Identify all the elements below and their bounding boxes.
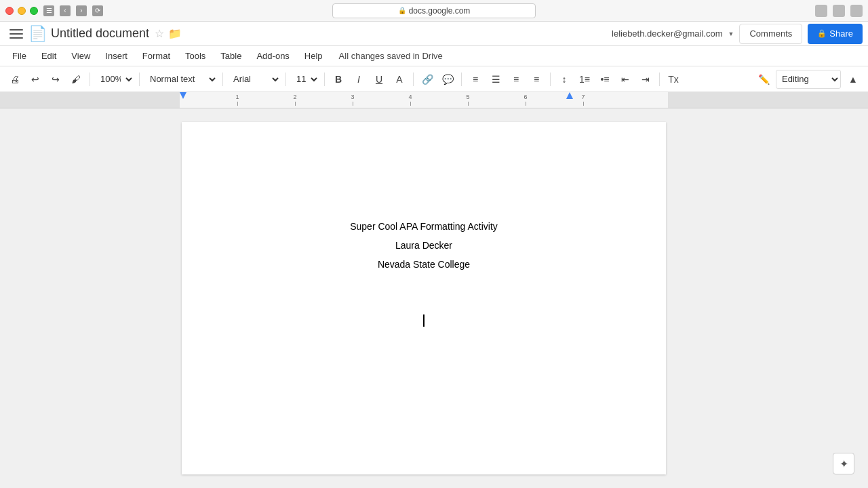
- forward-icon[interactable]: ›: [76, 5, 87, 16]
- undo-button[interactable]: ↩: [26, 70, 45, 89]
- folder-icon[interactable]: 📁: [168, 27, 182, 40]
- ruler-label-6: 6: [524, 94, 527, 100]
- separator-7: [461, 73, 462, 86]
- font-select[interactable]: Arial: [227, 70, 281, 89]
- separator-2: [139, 73, 140, 86]
- toolbar-right: ✏️ Editing Suggesting Viewing ▲: [754, 70, 863, 89]
- separator-3: [222, 73, 223, 86]
- sidebar-left: [0, 108, 180, 488]
- extension-icon[interactable]: [815, 5, 827, 17]
- pen-icon: ✏️: [754, 70, 773, 89]
- print-button[interactable]: 🖨: [5, 70, 24, 89]
- ruler-right-marker[interactable]: [566, 92, 573, 99]
- star-icon[interactable]: ☆: [155, 27, 164, 40]
- paint-format-button[interactable]: 🖌: [66, 70, 85, 89]
- menu-format[interactable]: Format: [136, 48, 177, 64]
- doc-line-3: Nevada State College: [378, 255, 470, 274]
- underline-button[interactable]: U: [370, 70, 389, 89]
- reload-icon[interactable]: ⟳: [92, 5, 103, 16]
- menu-view[interactable]: View: [64, 48, 97, 64]
- increase-indent-button[interactable]: ⇥: [636, 70, 655, 89]
- collapse-toolbar-button[interactable]: ▲: [844, 70, 863, 89]
- menu-help[interactable]: Help: [298, 48, 330, 64]
- doc-title[interactable]: Untitled document: [51, 26, 149, 41]
- ruler-tick: [468, 102, 469, 106]
- ruler-tick: [526, 102, 526, 106]
- ruler-label-5: 5: [466, 94, 469, 100]
- cursor-area: [423, 314, 425, 327]
- menu-bar: File Edit View Insert Format Tools Table…: [0, 46, 868, 66]
- separator-9: [659, 73, 660, 86]
- separator-8: [550, 73, 551, 86]
- menu-tools[interactable]: Tools: [178, 48, 212, 64]
- ruler-tick: [353, 102, 353, 106]
- back-icon[interactable]: ‹: [60, 5, 71, 16]
- align-center-button[interactable]: ☰: [486, 70, 505, 89]
- ruler-main: 1 2 3 4 5 6 7: [180, 92, 668, 108]
- align-left-button[interactable]: ≡: [466, 70, 485, 89]
- doc-line-1: Super Cool APA Formatting Activity: [350, 217, 498, 236]
- toolbar: 🖨 ↩ ↪ 🖌 100% Normal text Arial 11 B I U …: [0, 66, 868, 92]
- ruler-label-2: 2: [293, 94, 296, 100]
- paragraph-style-select[interactable]: Normal text: [144, 70, 218, 89]
- font-size-select[interactable]: 11: [290, 70, 320, 89]
- align-right-button[interactable]: ≡: [507, 70, 526, 89]
- title-bar: ☰ ‹ › ⟳ 🔒 docs.google.com: [0, 0, 868, 22]
- ruler-label-4: 4: [408, 94, 412, 100]
- menu-edit[interactable]: Edit: [35, 48, 63, 64]
- clear-formatting-button[interactable]: Tx: [664, 70, 683, 89]
- sidebar-toggle-icon[interactable]: ☰: [43, 5, 54, 16]
- titlebar-right: [815, 5, 863, 17]
- justify-button[interactable]: ≡: [527, 70, 546, 89]
- url-bar[interactable]: 🔒 docs.google.com: [332, 3, 536, 18]
- close-button[interactable]: [5, 7, 14, 15]
- page-content: Super Cool APA Formatting Activity Laura…: [231, 217, 617, 327]
- saved-message: All changes saved in Drive: [339, 51, 443, 61]
- assistant-button[interactable]: ✦: [833, 453, 854, 474]
- italic-button[interactable]: I: [349, 70, 368, 89]
- link-button[interactable]: 🔗: [418, 70, 437, 89]
- download-icon[interactable]: [833, 5, 845, 17]
- menu-table[interactable]: Table: [214, 48, 248, 64]
- line-spacing-button[interactable]: ↕: [555, 70, 574, 89]
- bullet-list-button[interactable]: •≡: [595, 70, 614, 89]
- comments-button[interactable]: Comments: [739, 24, 802, 44]
- separator-1: [90, 73, 90, 86]
- ruler-tick: [583, 102, 584, 106]
- ruler-label-1: 1: [235, 94, 239, 100]
- text-cursor: [423, 314, 425, 327]
- account-chevron-icon: ▼: [728, 30, 734, 37]
- minimize-button[interactable]: [18, 7, 26, 15]
- document-page[interactable]: Super Cool APA Formatting Activity Laura…: [182, 122, 666, 474]
- user-email[interactable]: leliebeth.decker@gmail.com: [612, 28, 723, 39]
- redo-button[interactable]: ↪: [46, 70, 65, 89]
- ordered-list-button[interactable]: 1≡: [575, 70, 594, 89]
- share-button[interactable]: 🔒 Share: [808, 24, 863, 44]
- window-controls: ☰ ‹ › ⟳: [43, 5, 103, 16]
- separator-4: [285, 73, 286, 86]
- ruler-left-marker[interactable]: [180, 92, 186, 99]
- ruler-right-margin: [668, 92, 868, 108]
- zoom-select[interactable]: 100%: [94, 70, 135, 89]
- share-lock-icon: 🔒: [817, 29, 827, 38]
- ruler-tick: [295, 102, 296, 106]
- url-text: docs.google.com: [409, 6, 471, 16]
- traffic-lights: [5, 7, 38, 15]
- menu-file[interactable]: File: [5, 48, 33, 64]
- document-area[interactable]: Super Cool APA Formatting Activity Laura…: [180, 108, 668, 488]
- ruler-tick: [237, 102, 238, 106]
- comment-button[interactable]: 💬: [438, 70, 457, 89]
- fullscreen-icon[interactable]: [850, 5, 863, 17]
- hamburger-menu[interactable]: [5, 23, 27, 45]
- text-color-button[interactable]: A: [390, 70, 409, 89]
- ruler-label-7: 7: [581, 94, 585, 100]
- editing-mode-select[interactable]: Editing Suggesting Viewing: [776, 70, 841, 89]
- menu-insert[interactable]: Insert: [98, 48, 134, 64]
- header-right: leliebeth.decker@gmail.com ▼ Comments 🔒 …: [612, 24, 863, 44]
- bold-button[interactable]: B: [329, 70, 348, 89]
- decrease-indent-button[interactable]: ⇤: [616, 70, 635, 89]
- sidebar-right: ✦: [668, 108, 868, 488]
- app-header: 📄 Untitled document ☆ 📁 leliebeth.decker…: [0, 22, 868, 46]
- menu-addons[interactable]: Add-ons: [250, 48, 296, 64]
- maximize-button[interactable]: [30, 7, 38, 15]
